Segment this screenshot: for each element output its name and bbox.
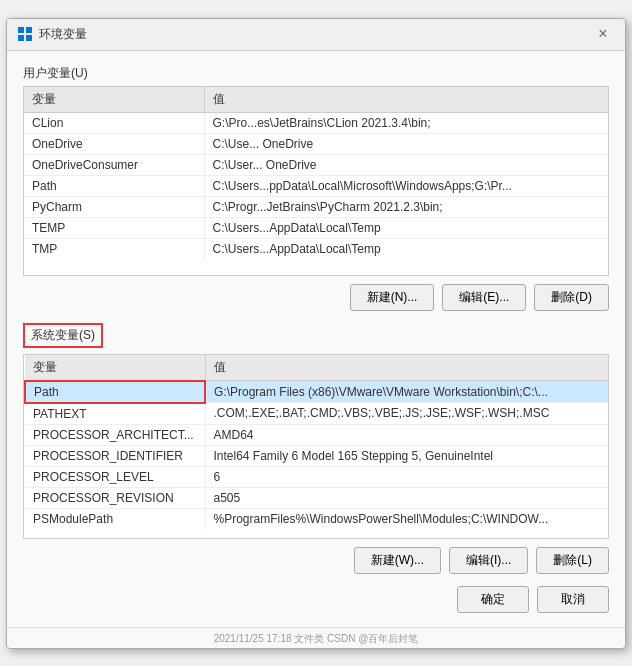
window-title: 环境变量: [39, 26, 87, 43]
title-bar: 环境变量 ×: [7, 19, 625, 51]
main-content: 用户变量(U) 变量 值 CLionG:\Pro...es\JetBrains\…: [7, 51, 625, 627]
system-section-label-wrapper: 系统变量(S): [23, 323, 609, 354]
svg-rect-2: [18, 35, 24, 41]
sys-col-val: 值: [205, 355, 608, 381]
user-variables-table-container[interactable]: 变量 值 CLionG:\Pro...es\JetBrains\CLion 20…: [23, 86, 609, 276]
user-table-row[interactable]: TMPC:\Users...AppData\Local\Temp: [24, 238, 608, 259]
sys-table-row[interactable]: PROCESSOR_ARCHITECT...AMD64: [25, 424, 608, 445]
svg-rect-3: [26, 35, 32, 41]
sys-btn-row: 新建(W)... 编辑(I)... 删除(L): [23, 547, 609, 574]
svg-rect-0: [18, 27, 24, 33]
user-table-row[interactable]: TEMPC:\Users...AppData\Local\Temp: [24, 217, 608, 238]
system-section-header: 系统变量(S): [23, 323, 103, 348]
sys-table-row[interactable]: PATHEXT.COM;.EXE;.BAT;.CMD;.VBS;.VBE;.JS…: [25, 403, 608, 425]
sys-table-row[interactable]: PROCESSOR_LEVEL6: [25, 466, 608, 487]
footer-buttons: 确定 取消: [23, 586, 609, 613]
sys-table-row[interactable]: PROCESSOR_IDENTIFIERIntel64 Family 6 Mod…: [25, 445, 608, 466]
cancel-button[interactable]: 取消: [537, 586, 609, 613]
system-variables-table-container[interactable]: 变量 值 PathG:\Program Files (x86)\VMware\V…: [23, 354, 609, 539]
user-table-row[interactable]: PyCharmC:\Progr...JetBrains\PyCharm 2021…: [24, 196, 608, 217]
user-col-var: 变量: [24, 87, 204, 113]
user-table-body: CLionG:\Pro...es\JetBrains\CLion 2021.3.…: [24, 112, 608, 259]
user-new-button[interactable]: 新建(N)...: [350, 284, 435, 311]
user-table-row[interactable]: OneDriveC:\Use... OneDrive: [24, 133, 608, 154]
environment-variables-window: 环境变量 × 用户变量(U) 变量 值 CLionG:\Pro...es\Jet…: [6, 18, 626, 649]
svg-rect-1: [26, 27, 32, 33]
user-section-header: 用户变量(U): [23, 65, 609, 82]
close-button[interactable]: ×: [591, 22, 615, 46]
sys-table-body: PathG:\Program Files (x86)\VMware\VMware…: [25, 381, 608, 529]
user-table-row[interactable]: PathC:\Users...ppData\Local\Microsoft\Wi…: [24, 175, 608, 196]
user-delete-button[interactable]: 删除(D): [534, 284, 609, 311]
ok-button[interactable]: 确定: [457, 586, 529, 613]
system-variables-table: 变量 值 PathG:\Program Files (x86)\VMware\V…: [24, 355, 608, 529]
user-table-row[interactable]: OneDriveConsumerC:\User... OneDrive: [24, 154, 608, 175]
sys-edit-button[interactable]: 编辑(I)...: [449, 547, 528, 574]
sys-new-button[interactable]: 新建(W)...: [354, 547, 441, 574]
watermark: 2021/11/25 17:18 文件类 CSDN @百年后封笔: [7, 627, 625, 648]
sys-table-row[interactable]: PROCESSOR_REVISIONa505: [25, 487, 608, 508]
user-table-row[interactable]: CLionG:\Pro...es\JetBrains\CLion 2021.3.…: [24, 112, 608, 133]
sys-col-var: 变量: [25, 355, 205, 381]
user-btn-row: 新建(N)... 编辑(E)... 删除(D): [23, 284, 609, 311]
sys-delete-button[interactable]: 删除(L): [536, 547, 609, 574]
user-variables-table: 变量 值 CLionG:\Pro...es\JetBrains\CLion 20…: [24, 87, 608, 259]
window-icon: [17, 26, 33, 42]
sys-table-row[interactable]: PathG:\Program Files (x86)\VMware\VMware…: [25, 381, 608, 403]
title-bar-left: 环境变量: [17, 26, 87, 43]
user-col-val: 值: [204, 87, 608, 113]
sys-table-row[interactable]: PSModulePath%ProgramFiles%\WindowsPowerS…: [25, 508, 608, 529]
user-edit-button[interactable]: 编辑(E)...: [442, 284, 526, 311]
